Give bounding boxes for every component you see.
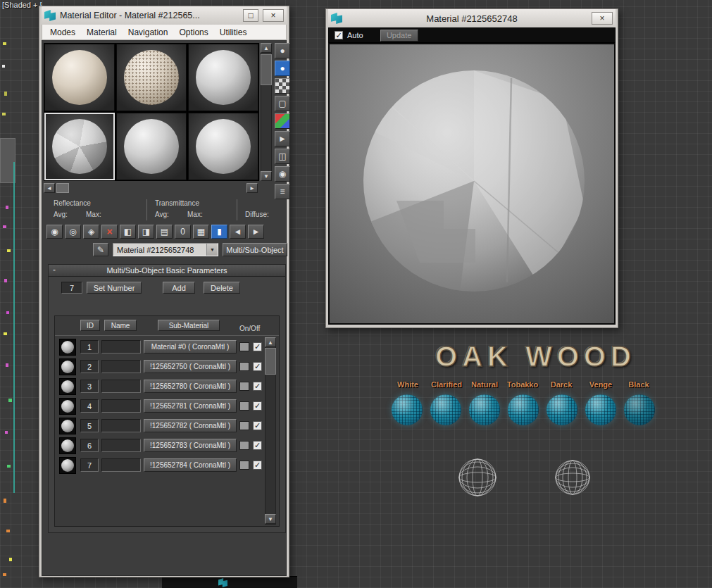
submaterial-thumbnail[interactable] bbox=[59, 457, 76, 474]
close-button[interactable]: × bbox=[592, 12, 613, 25]
submaterial-name-input[interactable] bbox=[101, 340, 141, 354]
submaterial-color-swatch[interactable] bbox=[239, 342, 249, 351]
submaterial-color-swatch[interactable] bbox=[239, 441, 249, 450]
backlight-icon[interactable]: ● bbox=[275, 61, 290, 76]
submaterial-thumbnail[interactable] bbox=[59, 339, 76, 356]
scroll-up-button[interactable]: ▲ bbox=[261, 43, 272, 53]
submaterial-thumbnail[interactable] bbox=[59, 418, 76, 434]
submaterial-button[interactable]: !125652782 ( CoronaMtl ) bbox=[144, 419, 237, 432]
submaterial-button[interactable]: !125652780 ( CoronaMtl ) bbox=[144, 380, 237, 393]
scroll-left-button[interactable]: ◄ bbox=[44, 183, 55, 193]
material-label-clarified[interactable]: Clarified bbox=[431, 380, 462, 389]
show-end-result-icon[interactable]: ▮ bbox=[211, 225, 227, 239]
material-editor-titlebar[interactable]: Material Editor - Material #212565... □ … bbox=[42, 6, 287, 25]
submaterial-color-swatch[interactable] bbox=[239, 401, 249, 411]
sample-slot-5[interactable] bbox=[116, 113, 187, 180]
sub-material-column-header[interactable]: Sub-Material bbox=[158, 320, 220, 331]
sample-slot-1[interactable] bbox=[44, 44, 115, 111]
material-sphere-clarified[interactable] bbox=[430, 394, 461, 425]
reset-map-icon[interactable]: × bbox=[101, 225, 118, 239]
material-map-navigator-icon[interactable]: ≡ bbox=[275, 184, 290, 199]
id-column-header[interactable]: ID bbox=[80, 320, 100, 331]
delete-button[interactable]: Delete bbox=[204, 282, 240, 294]
submaterial-name-input[interactable] bbox=[101, 380, 141, 393]
submaterial-thumbnail[interactable] bbox=[59, 358, 76, 375]
submaterial-name-input[interactable] bbox=[101, 360, 141, 373]
pick-material-eyedropper-icon[interactable]: ✎ bbox=[93, 243, 108, 256]
put-to-library-icon[interactable]: ▤ bbox=[156, 225, 173, 239]
sample-slot-4-selected[interactable] bbox=[44, 113, 115, 180]
material-type-button[interactable]: Multi/Sub-Object bbox=[223, 243, 287, 256]
scroll-down-button[interactable]: ▼ bbox=[265, 514, 276, 524]
submaterial-button[interactable]: !125652783 ( CoronaMtl ) bbox=[144, 439, 237, 452]
put-material-to-scene-icon[interactable]: ◎ bbox=[65, 225, 81, 239]
onoff-checkbox[interactable]: ✓ bbox=[253, 441, 262, 450]
submaterial-thumbnail[interactable] bbox=[59, 378, 76, 395]
submaterial-id[interactable]: 3 bbox=[80, 380, 99, 393]
submaterial-thumbnail[interactable] bbox=[59, 437, 76, 454]
sample-slot-6[interactable] bbox=[188, 113, 258, 180]
scroll-right-button[interactable]: ► bbox=[246, 183, 258, 193]
submaterial-name-input[interactable] bbox=[101, 439, 141, 452]
menu-navigation[interactable]: Navigation bbox=[123, 26, 173, 39]
show-map-in-viewport-icon[interactable]: ▦ bbox=[193, 225, 209, 239]
menu-utilities[interactable]: Utilities bbox=[215, 26, 252, 39]
submaterial-button[interactable]: !125652750 ( CoronaMtl ) bbox=[144, 360, 237, 373]
submaterial-name-input[interactable] bbox=[101, 399, 141, 413]
material-label-white[interactable]: White bbox=[397, 380, 418, 389]
scroll-down-button[interactable]: ▼ bbox=[261, 171, 272, 181]
submaterial-button[interactable]: !125652784 ( CoronaMtl ) bbox=[144, 458, 237, 472]
select-by-material-icon[interactable]: ◉ bbox=[275, 166, 290, 182]
submaterial-id[interactable]: 1 bbox=[80, 340, 99, 354]
submaterial-id[interactable]: 4 bbox=[80, 399, 99, 413]
scrollbar-thumb[interactable] bbox=[56, 183, 69, 193]
render-window-titlebar[interactable]: Material #2125652748 × bbox=[328, 9, 616, 27]
material-sphere-natural[interactable] bbox=[469, 394, 500, 425]
submaterial-id[interactable]: 2 bbox=[80, 360, 99, 373]
sample-type-icon[interactable]: ● bbox=[275, 43, 290, 58]
name-column-header[interactable]: Name bbox=[104, 320, 137, 331]
wireframe-sphere-2[interactable] bbox=[554, 458, 592, 496]
material-sphere-black[interactable] bbox=[624, 394, 655, 425]
options-icon[interactable]: ◫ bbox=[275, 149, 290, 164]
material-sphere-white[interactable] bbox=[392, 394, 423, 425]
update-button[interactable]: Update bbox=[380, 30, 418, 42]
video-color-check-icon[interactable] bbox=[275, 113, 290, 129]
onoff-checkbox[interactable]: ✓ bbox=[253, 382, 262, 391]
material-label-tobakko[interactable]: Tobakko bbox=[507, 380, 538, 389]
submaterial-name-input[interactable] bbox=[101, 419, 141, 432]
make-preview-icon[interactable]: ► bbox=[275, 131, 290, 146]
menu-material[interactable]: Material bbox=[82, 26, 122, 39]
close-button[interactable]: × bbox=[263, 9, 284, 22]
submaterial-button[interactable]: !125652781 ( CoronaMtl ) bbox=[144, 399, 237, 413]
sample-slot-3[interactable] bbox=[188, 44, 258, 111]
collapse-icon[interactable]: - bbox=[53, 265, 56, 275]
add-button[interactable]: Add bbox=[163, 282, 195, 294]
get-material-icon[interactable]: ◉ bbox=[46, 225, 63, 239]
material-sphere-tobakko[interactable] bbox=[508, 394, 539, 425]
onoff-checkbox[interactable]: ✓ bbox=[253, 401, 262, 411]
background-icon[interactable] bbox=[275, 78, 290, 94]
material-label-natural[interactable]: Natural bbox=[471, 380, 498, 389]
material-name-dropdown[interactable]: Material #2125652748 ▼ bbox=[113, 243, 218, 256]
submaterial-color-swatch[interactable] bbox=[239, 382, 249, 391]
submaterial-id[interactable]: 5 bbox=[80, 419, 99, 432]
material-label-venge[interactable]: Venge bbox=[589, 380, 612, 389]
menu-options[interactable]: Options bbox=[174, 26, 213, 39]
submaterial-id[interactable]: 7 bbox=[80, 458, 99, 472]
submaterial-thumbnail[interactable] bbox=[59, 398, 76, 415]
auto-checkbox[interactable]: ✓ bbox=[335, 31, 343, 39]
material-id-channel-icon[interactable]: 0 bbox=[175, 225, 191, 239]
submaterial-button[interactable]: Material #0 ( CoronaMtl ) bbox=[144, 340, 237, 354]
assign-material-to-selection-icon[interactable]: ◈ bbox=[83, 225, 99, 239]
rollout-header[interactable]: - Multi/Sub-Object Basic Parameters bbox=[49, 265, 285, 277]
scene-text-oakwood[interactable]: OAK WOOD bbox=[435, 341, 636, 373]
scrollbar-thumb[interactable] bbox=[265, 348, 276, 375]
scrollbar-thumb[interactable] bbox=[261, 54, 272, 85]
background-window-strip[interactable] bbox=[162, 576, 297, 588]
submaterial-color-swatch[interactable] bbox=[239, 421, 249, 430]
make-unique-icon[interactable]: ◨ bbox=[138, 225, 154, 239]
sample-slot-2[interactable] bbox=[116, 44, 187, 111]
submaterial-name-input[interactable] bbox=[101, 458, 141, 472]
wireframe-sphere-1[interactable] bbox=[457, 457, 498, 498]
